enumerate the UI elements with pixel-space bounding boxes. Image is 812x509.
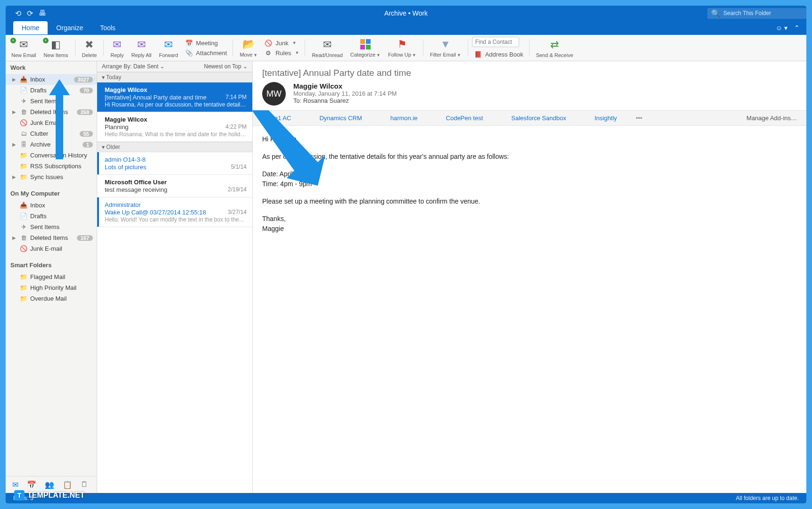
search-box[interactable]: 🔍 [707, 8, 806, 19]
manage-addins-button[interactable]: Manage Add-ins… [746, 115, 797, 122]
addin-link[interactable]: Salesforce Sandbox [511, 115, 566, 122]
folder-sent-items[interactable]: ✈Sent Items [6, 96, 97, 107]
folder-icon: 📁 [20, 173, 27, 181]
meeting-button[interactable]: 📅Meeting [183, 39, 229, 48]
message-sender: Administrator [105, 201, 247, 208]
filter-email-button[interactable]: ▼Filter Email▼ [427, 37, 464, 59]
message-item[interactable]: Maggie Wilcox[tentative] Annual Party da… [97, 82, 252, 112]
rules-button[interactable]: ⚙Rules▼ [262, 49, 301, 57]
find-contact-input[interactable] [472, 37, 519, 47]
status-bar: Items: 5 All folders are up to date. [6, 493, 806, 503]
folder-label: Sent Items [30, 98, 93, 105]
template-logo-icon: T [14, 490, 25, 501]
message-subject: Planning [105, 123, 129, 131]
mail-view-icon[interactable]: ✉ [12, 480, 18, 489]
arrange-by-button[interactable]: Arrange By: Date Sent ⌄ [102, 63, 165, 70]
delete-button[interactable]: ✖Delete [79, 37, 100, 59]
move-button[interactable]: 📂Move▼ [237, 37, 260, 59]
redo-icon[interactable]: ⟳ [27, 9, 33, 18]
plus-icon: + [10, 38, 16, 43]
addin-link[interactable]: …bile1 AC [262, 115, 291, 122]
flag-icon: ⚑ [396, 38, 409, 51]
folder-inbox[interactable]: 📥Inbox [6, 200, 97, 211]
sender-name: Maggie Wilcox [293, 82, 397, 90]
folder-conversation-history[interactable]: 📁Conversation History [6, 150, 97, 161]
folder-rss-subscriptions[interactable]: 📁RSS Subscriptions [6, 161, 97, 172]
tab-tools[interactable]: Tools [91, 21, 124, 34]
message-item[interactable]: Maggie WilcoxPlanning4:22 PMHello Rosann… [97, 112, 252, 142]
calendar-view-icon[interactable]: 📅 [27, 480, 36, 489]
message-item[interactable]: admin O14-3-8Lots of pictures5/1/14 [97, 152, 252, 175]
attachment-button[interactable]: 📎Attachment [183, 49, 229, 57]
folder-deleted-items[interactable]: ▶🗑Deleted Items268 [6, 107, 97, 117]
folder-label: Archive [30, 141, 80, 148]
folder-archive[interactable]: ▶🗄Archive1 [6, 139, 97, 150]
message-item[interactable]: Microsoft Office Usertest message receiv… [97, 175, 252, 197]
search-input[interactable] [723, 10, 803, 16]
message-group-older[interactable]: ▾ Older [97, 142, 252, 152]
svg-rect-1 [366, 39, 371, 44]
help-smiley-icon[interactable]: ☺ ▾ [776, 24, 787, 32]
folder-pane: Work ▶📥Inbox3027📄Drafts70✈Sent Items▶🗑De… [6, 61, 97, 493]
folder-icon: 📥 [20, 202, 27, 209]
folder-deleted-items[interactable]: ▶🗑Deleted Items167 [6, 232, 97, 243]
attachment-icon: 📎 [185, 49, 193, 57]
new-items-button[interactable]: +◧New Items [41, 37, 71, 59]
notes-view-icon[interactable]: 🗒 [81, 480, 88, 489]
print-icon[interactable]: 🖶 [39, 9, 46, 18]
message-item[interactable]: AdministratorWake Up Call@ 03/27/2014 12… [97, 197, 252, 227]
folder-sent-items[interactable]: ✈Sent Items [6, 222, 97, 232]
svg-rect-2 [360, 45, 365, 49]
categorize-button[interactable]: Categorize▼ [348, 37, 383, 59]
send-receive-button[interactable]: ⇄Send & Receive [533, 37, 576, 59]
status-sync: All folders are up to date. [736, 495, 799, 501]
collapse-ribbon-icon[interactable]: ⌃ [794, 24, 800, 32]
rules-icon: ⚙ [264, 49, 273, 57]
message-group-today[interactable]: ▾ Today [97, 72, 252, 82]
message-sender: Maggie Wilcox [105, 86, 247, 93]
folder-icon: 🗄 [20, 141, 27, 148]
folder-clutter[interactable]: 🗂Clutter55 [6, 128, 97, 139]
folder-section-smart[interactable]: Smart Folders [6, 259, 97, 271]
folder-high-priority-mail[interactable]: 📁High Priority Mail [6, 282, 97, 293]
reply-all-button[interactable]: ✉Reply All [128, 37, 154, 59]
folder-label: Junk Email [30, 119, 93, 126]
reply-all-icon: ✉ [135, 38, 148, 51]
folder-junk-email[interactable]: 🚫Junk Email [6, 117, 97, 128]
message-subject: Lots of pictures [105, 164, 146, 171]
folder-sync-issues[interactable]: ▶📁Sync Issues [6, 172, 97, 182]
address-book-button[interactable]: 📕Address Book [472, 50, 525, 59]
new-email-button[interactable]: +✉New Email [8, 37, 39, 59]
message-sender: Maggie Wilcox [105, 116, 247, 123]
addin-link[interactable]: CodePen test [446, 115, 483, 122]
tab-home[interactable]: Home [13, 21, 48, 34]
items-icon: ◧ [50, 38, 63, 51]
folder-section-work[interactable]: Work [6, 61, 97, 74]
people-view-icon[interactable]: 👥 [45, 480, 54, 489]
svg-rect-3 [366, 45, 371, 49]
folder-overdue-mail[interactable]: 📁Overdue Mail [6, 293, 97, 304]
folder-flagged-mail[interactable]: 📁Flagged Mail [6, 271, 97, 282]
folder-section-computer[interactable]: On My Computer [6, 187, 97, 200]
undo-icon[interactable]: ⟲ [15, 9, 21, 18]
folder-drafts[interactable]: 📄Drafts70 [6, 85, 97, 96]
tab-organize[interactable]: Organize [48, 21, 91, 34]
follow-up-button[interactable]: ⚑Follow Up▼ [385, 37, 419, 59]
sort-order-button[interactable]: Newest on Top ⌄ [204, 63, 248, 70]
folder-junk-e-mail[interactable]: 🚫Junk E-mail [6, 243, 97, 254]
categorize-icon [359, 38, 372, 51]
forward-button[interactable]: ✉Forward [156, 37, 181, 59]
chevron-down-icon: ▼ [376, 53, 381, 57]
folder-drafts[interactable]: 📄Drafts [6, 211, 97, 222]
tasks-view-icon[interactable]: 📋 [63, 480, 72, 489]
folder-inbox[interactable]: ▶📥Inbox3027 [6, 74, 97, 85]
folder-label: High Priority Mail [30, 284, 93, 291]
junk-button[interactable]: 🚫Junk▼ [262, 39, 301, 48]
read-unread-button[interactable]: ✉Read/Unread [309, 37, 345, 59]
addins-bar: …bile1 ACDynamics CRMharmon.ieCodePen te… [253, 110, 806, 126]
reply-button[interactable]: ✉Reply [108, 37, 126, 59]
addin-link[interactable]: Insightly [595, 115, 617, 122]
addin-link[interactable]: Dynamics CRM [319, 115, 362, 122]
addins-more-button[interactable]: ••• [636, 115, 642, 122]
addin-link[interactable]: harmon.ie [390, 115, 418, 122]
